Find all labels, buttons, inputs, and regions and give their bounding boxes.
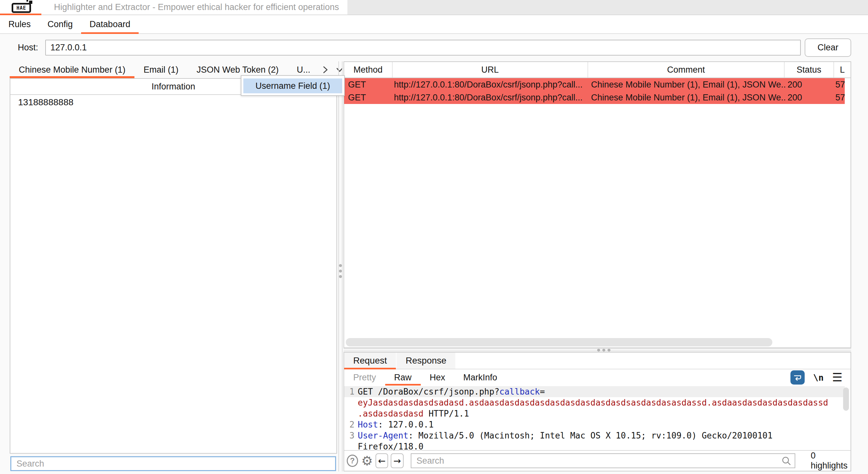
viewer-tab-response[interactable]: Response (397, 352, 455, 369)
editor-menu-icon[interactable]: ☰ (832, 372, 842, 383)
data-tab-email-1[interactable]: Email (1) (134, 61, 187, 78)
code-line: eyJasdasdasdasdsadasd.asdaasdasdasdasdas… (344, 397, 850, 408)
vertical-splitter[interactable] (342, 61, 343, 471)
code-line: 2Host: 127.0.0.1 (344, 419, 850, 430)
help-icon[interactable]: ? (347, 454, 358, 467)
viewer-tab-request[interactable]: Request (344, 352, 396, 369)
mode-tab-markinfo[interactable]: MarkInfo (454, 369, 506, 385)
nav-tab-config[interactable]: Config (39, 15, 81, 33)
mode-tab-pretty[interactable]: Pretty (344, 369, 385, 385)
column-header-url[interactable]: URL (393, 62, 588, 77)
line-content: eyJasdasdasdasdsadasd.asdaasdasdasdasdas… (354, 397, 828, 408)
vertical-scrollbar[interactable] (843, 387, 849, 411)
viewer-tabs: RequestResponse (344, 352, 850, 369)
line-number (344, 441, 354, 450)
data-tab-chinese-mobile-number-1[interactable]: Chinese Mobile Number (1) (10, 61, 134, 78)
chevron-right-icon[interactable] (319, 64, 332, 76)
hae-logo-pixel-icon (27, 0, 28, 2)
viewer-footer: ? ⚙ ← → 0 highlights (344, 450, 850, 471)
host-label: Host: (18, 34, 38, 61)
line-content: .asdasdasdasd HTTP/1.1 (354, 408, 469, 419)
column-header-status[interactable]: Status (785, 62, 834, 77)
line-content: User-Agent: Mozilla/5.0 (Macintosh; Inte… (354, 430, 773, 441)
information-row[interactable]: 13188888888 (10, 95, 336, 110)
overflow-tab-dropdown: Username Field (1) (241, 75, 345, 96)
line-number: 2 (344, 419, 354, 430)
request-table-header: MethodURLCommentStatusL (344, 62, 850, 78)
nav-tab-rules[interactable]: Rules (0, 15, 39, 33)
gear-icon[interactable]: ⚙ (361, 454, 373, 467)
code-line: 1GET /DoraBox/csrf/jsonp.php?callback= (344, 386, 845, 397)
next-match-button[interactable]: → (391, 453, 403, 468)
prev-match-button[interactable]: ← (375, 453, 388, 468)
code-line: 3User-Agent: Mozilla/5.0 (Macintosh; Int… (344, 430, 850, 441)
information-search-input[interactable] (10, 456, 336, 471)
editor-toolbar: \n ☰ (790, 369, 842, 385)
information-table: Information 13188888888 (10, 78, 337, 454)
line-content: Host: 127.0.0.1 (354, 419, 434, 430)
search-icon (781, 455, 792, 466)
line-content: GET /DoraBox/csrf/jsonp.php?callback= (354, 386, 545, 397)
extension-title: Highlighter and Extractor - Empower ethi… (54, 0, 339, 14)
line-number (344, 408, 354, 419)
horizontal-scrollbar[interactable] (346, 338, 772, 346)
request-row[interactable]: GEThttp://127.0.0.1:80/DoraBox/csrf/json… (344, 91, 845, 104)
newline-toggle-icon[interactable]: \n (813, 373, 824, 383)
splitter-grip-icon[interactable] (597, 349, 611, 351)
raw-request-editor[interactable]: 1GET /DoraBox/csrf/jsonp.php?callback=ey… (344, 385, 850, 450)
top-tab-strip: HAE Highlighter and Extractor - Empower … (0, 0, 868, 15)
message-viewer: RequestResponse PrettyRawHexMarkInfo \n … (343, 352, 851, 471)
request-log-table: MethodURLCommentStatusL GEThttp://127.0.… (343, 61, 851, 348)
code-line: .asdasdasdasd HTTP/1.1 (344, 408, 850, 419)
extension-tab[interactable]: HAE (0, 0, 41, 15)
line-number: 1 (344, 386, 354, 397)
column-header-comment[interactable]: Comment (588, 62, 784, 77)
word-wrap-icon[interactable] (790, 370, 805, 384)
mode-tab-raw[interactable]: Raw (385, 369, 421, 385)
hae-logo-pixel-icon (29, 1, 32, 4)
app-window: HAE Highlighter and Extractor - Empower … (0, 0, 868, 474)
hae-logo-icon: HAE (12, 3, 31, 13)
mode-tab-hex[interactable]: Hex (421, 369, 454, 385)
viewer-mode-tabs: PrettyRawHexMarkInfo \n ☰ (344, 369, 850, 385)
clear-button[interactable]: Clear (805, 38, 851, 57)
horizontal-splitter[interactable] (343, 348, 851, 352)
highlights-count: 0 highlights (811, 451, 850, 471)
dropdown-item-username-field-1[interactable]: Username Field (1) (243, 78, 342, 93)
column-header-l[interactable]: L (834, 62, 850, 77)
nav-tabs: RulesConfigDataboard (0, 15, 868, 34)
host-bar: Host: Clear (0, 34, 868, 61)
request-row[interactable]: GEThttp://127.0.0.1:80/DoraBox/csrf/json… (344, 78, 845, 91)
line-number (344, 397, 354, 408)
host-input[interactable] (45, 40, 801, 56)
line-content: Firefox/118.0 (354, 441, 424, 450)
topbar-background (347, 0, 868, 14)
splitter-grip-icon[interactable] (339, 264, 342, 278)
column-header-method[interactable]: Method (344, 62, 393, 77)
nav-tab-databoard[interactable]: Databoard (81, 15, 138, 33)
code-line: Firefox/118.0 (344, 441, 850, 450)
line-number: 3 (344, 430, 354, 441)
editor-search-input[interactable] (411, 453, 795, 468)
